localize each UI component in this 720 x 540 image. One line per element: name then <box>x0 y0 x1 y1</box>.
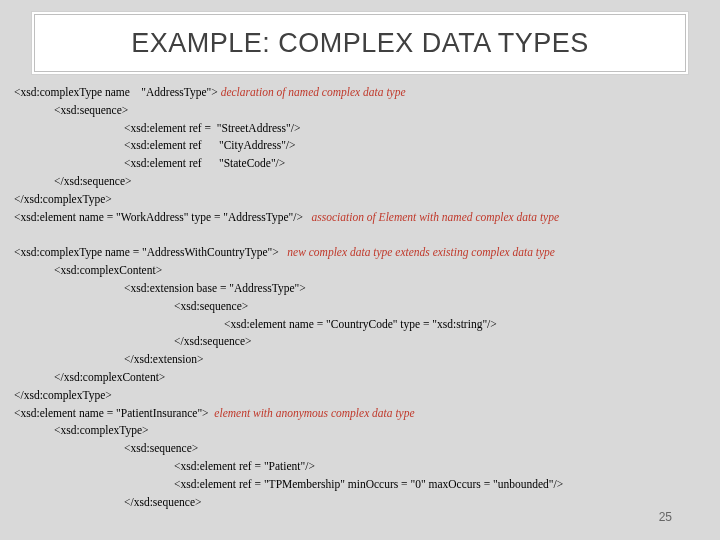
code-line: <xsd:complexType> <box>14 422 706 440</box>
code-text: <xsd:element name = "CountryCode" type =… <box>224 318 497 330</box>
code-line: </xsd:complexType> <box>14 191 706 209</box>
code-text: <xsd:element ref "StateCode"/> <box>124 157 285 169</box>
code-line: <xsd:element ref "StateCode"/> <box>14 155 706 173</box>
code-line: <xsd:extension base = "AddressType"> <box>14 280 706 298</box>
code-line: <xsd:element ref = "StreetAddress"/> <box>14 120 706 138</box>
code-text: <xsd:element name = "PatientInsurance"> <box>14 407 211 419</box>
code-text: <xsd:complexType> <box>54 424 149 436</box>
code-line: <xsd:element ref = "TPMembership" minOcc… <box>14 476 706 494</box>
code-line: <xsd:element name = "PatientInsurance"> … <box>14 405 706 423</box>
code-text: <xsd:extension base = "AddressType"> <box>124 282 306 294</box>
code-line: </xsd:sequence> <box>14 333 706 351</box>
code-line: <xsd:element name = "CountryCode" type =… <box>14 316 706 334</box>
code-line: <xsd:complexContent> <box>14 262 706 280</box>
page-number: 25 <box>659 510 672 524</box>
annotation: declaration of named complex data type <box>221 86 406 98</box>
code-text: <xsd:complexContent> <box>54 264 162 276</box>
code-text: <xsd:element ref = "TPMembership" minOcc… <box>174 478 563 490</box>
code-line: <xsd:complexType name = "AddressWithCoun… <box>14 244 706 262</box>
code-line: </xsd:sequence> <box>14 173 706 191</box>
code-line: </xsd:complexType> <box>14 512 706 513</box>
code-line: <xsd:element ref "CityAddress"/> <box>14 137 706 155</box>
code-line: </xsd:extension> <box>14 351 706 369</box>
slide: EXAMPLE: COMPLEX DATA TYPES <xsd:complex… <box>0 0 720 540</box>
code-text: </xsd:sequence> <box>124 496 201 508</box>
annotation: association of Element with named comple… <box>312 211 560 223</box>
code-text: </xsd:complexContent> <box>54 371 165 383</box>
annotation: element with anonymous complex data type <box>214 407 414 419</box>
code-text: <xsd:element ref "CityAddress"/> <box>124 139 296 151</box>
slide-title: EXAMPLE: COMPLEX DATA TYPES <box>131 28 589 59</box>
code-text: <xsd:sequence> <box>54 104 128 116</box>
code-line: <xsd:element name = "WorkAddress" type =… <box>14 209 706 227</box>
code-line: <xsd:sequence> <box>14 440 706 458</box>
code-line: <xsd:element ref = "Patient"/> <box>14 458 706 476</box>
code-line <box>14 227 706 245</box>
code-text: </xsd:complexType> <box>14 193 112 205</box>
title-box: EXAMPLE: COMPLEX DATA TYPES <box>34 14 686 72</box>
code-text: </xsd:sequence> <box>54 175 131 187</box>
code-text: <xsd:element ref = "StreetAddress"/> <box>124 122 300 134</box>
code-text: </xsd:sequence> <box>174 335 251 347</box>
annotation: new complex data type extends existing c… <box>287 246 555 258</box>
code-text: <xsd:complexType name = "AddressWithCoun… <box>14 246 284 258</box>
code-text: </xsd:extension> <box>124 353 203 365</box>
code-text: </xsd:complexType> <box>14 389 112 401</box>
code-line: </xsd:complexType> <box>14 387 706 405</box>
code-text: <xsd:complexType name "AddressType"> <box>14 86 218 98</box>
code-text: <xsd:sequence> <box>124 442 198 454</box>
code-line: </xsd:complexContent> <box>14 369 706 387</box>
code-line: </xsd:sequence> <box>14 494 706 512</box>
code-line: <xsd:complexType name "AddressType"> dec… <box>14 84 706 102</box>
code-text: <xsd:sequence> <box>174 300 248 312</box>
code-content: <xsd:complexType name "AddressType"> dec… <box>14 84 706 512</box>
code-text: <xsd:element ref = "Patient"/> <box>174 460 315 472</box>
code-text <box>14 229 17 241</box>
code-text: <xsd:element name = "WorkAddress" type =… <box>14 211 309 223</box>
code-line: <xsd:sequence> <box>14 102 706 120</box>
code-line: <xsd:sequence> <box>14 298 706 316</box>
